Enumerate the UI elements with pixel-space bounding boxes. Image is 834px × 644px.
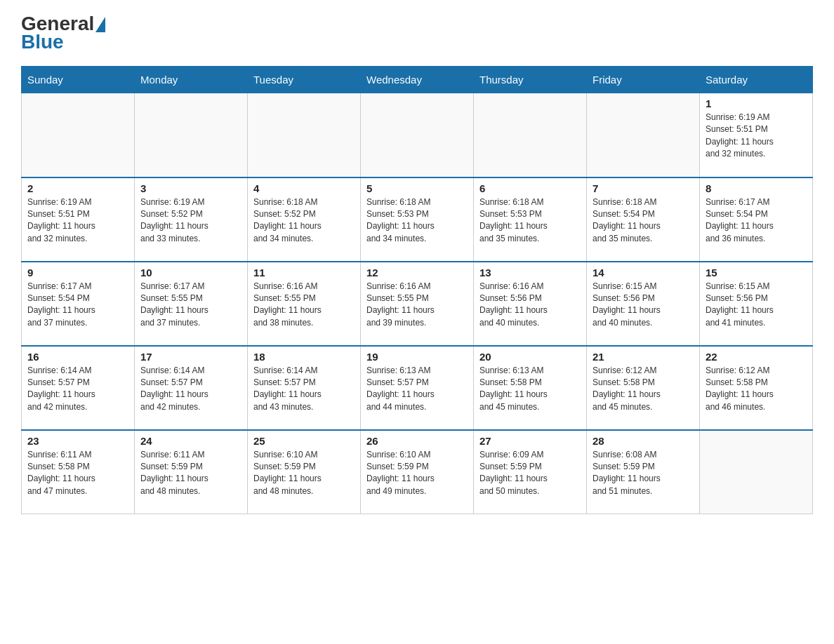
day-number: 2 bbox=[27, 182, 128, 194]
calendar-cell: 2Sunrise: 6:19 AM Sunset: 5:51 PM Daylig… bbox=[22, 177, 135, 262]
calendar-cell: 16Sunrise: 6:14 AM Sunset: 5:57 PM Dayli… bbox=[22, 346, 135, 430]
day-number: 28 bbox=[593, 435, 694, 447]
day-info: Sunrise: 6:10 AM Sunset: 5:59 PM Dayligh… bbox=[366, 449, 468, 498]
day-info: Sunrise: 6:19 AM Sunset: 5:51 PM Dayligh… bbox=[27, 196, 128, 246]
day-info: Sunrise: 6:15 AM Sunset: 5:56 PM Dayligh… bbox=[593, 281, 694, 330]
day-number: 1 bbox=[706, 98, 807, 109]
calendar-cell: 9Sunrise: 6:17 AM Sunset: 5:54 PM Daylig… bbox=[22, 262, 135, 346]
calendar-cell: 18Sunrise: 6:14 AM Sunset: 5:57 PM Dayli… bbox=[248, 346, 361, 430]
calendar-cell bbox=[135, 93, 248, 177]
day-info: Sunrise: 6:16 AM Sunset: 5:55 PM Dayligh… bbox=[366, 281, 468, 330]
day-number: 8 bbox=[706, 182, 807, 194]
day-info: Sunrise: 6:11 AM Sunset: 5:59 PM Dayligh… bbox=[140, 449, 241, 498]
calendar-week-row: 2Sunrise: 6:19 AM Sunset: 5:51 PM Daylig… bbox=[22, 177, 813, 262]
calendar-cell: 8Sunrise: 6:17 AM Sunset: 5:54 PM Daylig… bbox=[700, 177, 813, 262]
calendar-cell: 17Sunrise: 6:14 AM Sunset: 5:57 PM Dayli… bbox=[135, 346, 248, 430]
day-info: Sunrise: 6:13 AM Sunset: 5:57 PM Dayligh… bbox=[366, 365, 468, 414]
day-info: Sunrise: 6:17 AM Sunset: 5:54 PM Dayligh… bbox=[27, 281, 128, 330]
day-number: 3 bbox=[140, 182, 241, 194]
column-header-saturday: Saturday bbox=[700, 67, 813, 93]
day-info: Sunrise: 6:19 AM Sunset: 5:51 PM Dayligh… bbox=[706, 112, 807, 161]
calendar-cell bbox=[587, 93, 700, 177]
day-number: 16 bbox=[27, 351, 128, 363]
day-info: Sunrise: 6:18 AM Sunset: 5:53 PM Dayligh… bbox=[366, 196, 468, 246]
calendar-cell bbox=[700, 430, 813, 514]
day-number: 9 bbox=[27, 267, 128, 279]
day-info: Sunrise: 6:08 AM Sunset: 5:59 PM Dayligh… bbox=[593, 449, 694, 498]
day-info: Sunrise: 6:14 AM Sunset: 5:57 PM Dayligh… bbox=[140, 365, 241, 414]
day-number: 18 bbox=[253, 351, 355, 363]
calendar-cell: 1Sunrise: 6:19 AM Sunset: 5:51 PM Daylig… bbox=[700, 93, 813, 177]
calendar-cell: 21Sunrise: 6:12 AM Sunset: 5:58 PM Dayli… bbox=[587, 346, 700, 430]
calendar-cell: 20Sunrise: 6:13 AM Sunset: 5:58 PM Dayli… bbox=[474, 346, 587, 430]
day-number: 4 bbox=[253, 182, 355, 194]
day-number: 26 bbox=[366, 435, 468, 447]
day-number: 15 bbox=[706, 267, 807, 279]
day-number: 7 bbox=[593, 182, 694, 194]
day-number: 14 bbox=[593, 267, 694, 279]
day-number: 6 bbox=[479, 182, 581, 194]
day-number: 13 bbox=[479, 267, 581, 279]
day-number: 20 bbox=[479, 351, 581, 363]
day-info: Sunrise: 6:14 AM Sunset: 5:57 PM Dayligh… bbox=[253, 365, 355, 414]
day-info: Sunrise: 6:12 AM Sunset: 5:58 PM Dayligh… bbox=[593, 365, 694, 414]
calendar-cell bbox=[22, 93, 135, 177]
calendar-cell bbox=[361, 93, 474, 177]
day-info: Sunrise: 6:14 AM Sunset: 5:57 PM Dayligh… bbox=[27, 365, 128, 414]
calendar-cell: 28Sunrise: 6:08 AM Sunset: 5:59 PM Dayli… bbox=[587, 430, 700, 514]
calendar-cell: 27Sunrise: 6:09 AM Sunset: 5:59 PM Dayli… bbox=[474, 430, 587, 514]
calendar-header-row: SundayMondayTuesdayWednesdayThursdayFrid… bbox=[22, 67, 813, 93]
day-info: Sunrise: 6:18 AM Sunset: 5:52 PM Dayligh… bbox=[253, 196, 355, 246]
day-info: Sunrise: 6:11 AM Sunset: 5:58 PM Dayligh… bbox=[27, 449, 128, 498]
calendar-cell: 4Sunrise: 6:18 AM Sunset: 5:52 PM Daylig… bbox=[248, 177, 361, 262]
column-header-monday: Monday bbox=[135, 67, 248, 93]
calendar-cell: 13Sunrise: 6:16 AM Sunset: 5:56 PM Dayli… bbox=[474, 262, 587, 346]
day-number: 25 bbox=[253, 435, 355, 447]
calendar-cell: 22Sunrise: 6:12 AM Sunset: 5:58 PM Dayli… bbox=[700, 346, 813, 430]
day-info: Sunrise: 6:13 AM Sunset: 5:58 PM Dayligh… bbox=[479, 365, 581, 414]
day-number: 21 bbox=[593, 351, 694, 363]
day-info: Sunrise: 6:17 AM Sunset: 5:55 PM Dayligh… bbox=[140, 281, 241, 330]
calendar-cell: 6Sunrise: 6:18 AM Sunset: 5:53 PM Daylig… bbox=[474, 177, 587, 262]
day-number: 27 bbox=[479, 435, 581, 447]
column-header-tuesday: Tuesday bbox=[248, 67, 361, 93]
day-info: Sunrise: 6:18 AM Sunset: 5:53 PM Dayligh… bbox=[479, 196, 581, 246]
calendar-cell: 3Sunrise: 6:19 AM Sunset: 5:52 PM Daylig… bbox=[135, 177, 248, 262]
day-number: 12 bbox=[366, 267, 468, 279]
calendar-cell bbox=[248, 93, 361, 177]
day-info: Sunrise: 6:12 AM Sunset: 5:58 PM Dayligh… bbox=[706, 365, 807, 414]
calendar-week-row: 1Sunrise: 6:19 AM Sunset: 5:51 PM Daylig… bbox=[22, 93, 813, 177]
column-header-friday: Friday bbox=[587, 67, 700, 93]
day-info: Sunrise: 6:16 AM Sunset: 5:56 PM Dayligh… bbox=[479, 281, 581, 330]
calendar-cell: 7Sunrise: 6:18 AM Sunset: 5:54 PM Daylig… bbox=[587, 177, 700, 262]
day-number: 11 bbox=[253, 267, 355, 279]
day-info: Sunrise: 6:18 AM Sunset: 5:54 PM Dayligh… bbox=[593, 196, 694, 246]
calendar-cell: 14Sunrise: 6:15 AM Sunset: 5:56 PM Dayli… bbox=[587, 262, 700, 346]
column-header-wednesday: Wednesday bbox=[361, 67, 474, 93]
day-info: Sunrise: 6:09 AM Sunset: 5:59 PM Dayligh… bbox=[479, 449, 581, 498]
column-header-thursday: Thursday bbox=[474, 67, 587, 93]
calendar-cell: 26Sunrise: 6:10 AM Sunset: 5:59 PM Dayli… bbox=[361, 430, 474, 514]
day-info: Sunrise: 6:19 AM Sunset: 5:52 PM Dayligh… bbox=[140, 196, 241, 246]
calendar-table: SundayMondayTuesdayWednesdayThursdayFrid… bbox=[21, 66, 813, 514]
calendar-cell: 23Sunrise: 6:11 AM Sunset: 5:58 PM Dayli… bbox=[22, 430, 135, 514]
day-info: Sunrise: 6:16 AM Sunset: 5:55 PM Dayligh… bbox=[253, 281, 355, 330]
day-number: 10 bbox=[140, 267, 241, 279]
calendar-cell: 11Sunrise: 6:16 AM Sunset: 5:55 PM Dayli… bbox=[248, 262, 361, 346]
day-info: Sunrise: 6:17 AM Sunset: 5:54 PM Dayligh… bbox=[706, 196, 807, 246]
day-info: Sunrise: 6:15 AM Sunset: 5:56 PM Dayligh… bbox=[706, 281, 807, 330]
day-info: Sunrise: 6:10 AM Sunset: 5:59 PM Dayligh… bbox=[253, 449, 355, 498]
calendar-cell: 15Sunrise: 6:15 AM Sunset: 5:56 PM Dayli… bbox=[700, 262, 813, 346]
calendar-cell: 5Sunrise: 6:18 AM Sunset: 5:53 PM Daylig… bbox=[361, 177, 474, 262]
calendar-cell: 25Sunrise: 6:10 AM Sunset: 5:59 PM Dayli… bbox=[248, 430, 361, 514]
logo-triangle-icon bbox=[95, 17, 105, 32]
calendar-cell: 19Sunrise: 6:13 AM Sunset: 5:57 PM Dayli… bbox=[361, 346, 474, 430]
calendar-cell: 12Sunrise: 6:16 AM Sunset: 5:55 PM Dayli… bbox=[361, 262, 474, 346]
calendar-week-row: 23Sunrise: 6:11 AM Sunset: 5:58 PM Dayli… bbox=[22, 430, 813, 514]
calendar-week-row: 9Sunrise: 6:17 AM Sunset: 5:54 PM Daylig… bbox=[22, 262, 813, 346]
calendar-week-row: 16Sunrise: 6:14 AM Sunset: 5:57 PM Dayli… bbox=[22, 346, 813, 430]
day-number: 5 bbox=[366, 182, 468, 194]
column-header-sunday: Sunday bbox=[22, 67, 135, 93]
calendar-cell: 24Sunrise: 6:11 AM Sunset: 5:59 PM Dayli… bbox=[135, 430, 248, 514]
logo-blue-text: Blue bbox=[21, 32, 64, 52]
